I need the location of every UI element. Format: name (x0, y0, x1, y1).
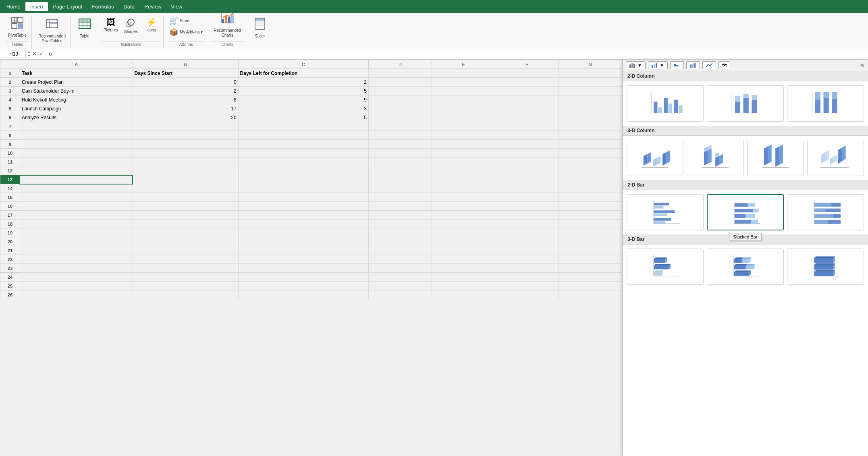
cell-B20[interactable] (133, 237, 238, 246)
menu-data[interactable]: Data (118, 2, 139, 11)
cell-C13[interactable] (238, 175, 368, 184)
cell-B5[interactable]: 17 (133, 104, 238, 113)
cell-F22[interactable] (495, 255, 559, 264)
cell-D5[interactable] (368, 104, 432, 113)
cell-C1[interactable]: Days Left for Completion (238, 69, 368, 78)
chart-thumb-2d-bar-clustered[interactable] (627, 194, 704, 230)
cell-G2[interactable] (559, 78, 622, 87)
cell-G11[interactable] (559, 158, 622, 166)
cell-G15[interactable] (559, 193, 622, 202)
cell-F21[interactable] (495, 246, 559, 255)
cell-C5[interactable]: 3 (238, 104, 368, 113)
cell-A18[interactable] (20, 220, 133, 228)
cell-F25[interactable] (495, 282, 559, 290)
cell-F12[interactable] (495, 166, 559, 175)
menu-page-layout[interactable]: Page Layout (48, 2, 87, 11)
cell-A25[interactable] (20, 282, 133, 290)
cell-F5[interactable] (495, 104, 559, 113)
cell-G22[interactable] (559, 255, 622, 264)
cell-B14[interactable] (133, 184, 238, 193)
cell-B10[interactable] (133, 149, 238, 158)
cell-E26[interactable] (432, 290, 495, 299)
ribbon-btn-pivottable[interactable]: PivotTable (6, 15, 29, 39)
cell-F2[interactable] (495, 78, 559, 87)
cell-F11[interactable] (495, 158, 559, 166)
cell-D25[interactable] (368, 282, 432, 290)
cell-A19[interactable] (20, 228, 133, 237)
cancel-formula-icon[interactable]: ✕ (32, 51, 37, 57)
chart-bar-tab[interactable] (670, 61, 684, 69)
cell-F20[interactable] (495, 237, 559, 246)
cell-G9[interactable] (559, 140, 622, 149)
cell-F1[interactable] (495, 69, 559, 78)
cell-D22[interactable] (368, 255, 432, 264)
cell-C20[interactable] (238, 237, 368, 246)
cell-E15[interactable] (432, 193, 495, 202)
cell-A4[interactable]: Hold Kickoff Meeting (20, 95, 133, 104)
cell-C17[interactable] (238, 211, 368, 220)
cell-B3[interactable]: 2 (133, 87, 238, 95)
menu-review[interactable]: Review (139, 2, 166, 11)
cell-C10[interactable] (238, 149, 368, 158)
menu-home[interactable]: Home (2, 2, 25, 11)
cell-D26[interactable] (368, 290, 432, 299)
col-header-d[interactable]: D (368, 60, 432, 69)
cell-G20[interactable] (559, 237, 622, 246)
cell-C3[interactable]: 5 (238, 87, 368, 95)
cell-B7[interactable] (133, 122, 238, 131)
cell-C7[interactable] (238, 122, 368, 131)
cell-A7[interactable] (20, 122, 133, 131)
ribbon-btn-icons[interactable]: ⚡ Icons (141, 16, 161, 36)
cell-A16[interactable] (20, 202, 133, 211)
cell-E12[interactable] (432, 166, 495, 175)
cell-G14[interactable] (559, 184, 622, 193)
cell-E24[interactable] (432, 273, 495, 282)
cell-D6[interactable] (368, 113, 432, 122)
cell-G16[interactable] (559, 202, 622, 211)
cell-A13[interactable] (20, 175, 133, 184)
chart-type-tab[interactable]: ▼ (626, 61, 646, 69)
cell-B23[interactable] (133, 264, 238, 273)
cell-F6[interactable] (495, 113, 559, 122)
cell-A12[interactable] (20, 166, 133, 175)
cell-G6[interactable] (559, 113, 622, 122)
cell-D8[interactable] (368, 131, 432, 140)
cell-D24[interactable] (368, 273, 432, 282)
cell-C12[interactable] (238, 166, 368, 175)
cell-B9[interactable] (133, 140, 238, 149)
cell-A3[interactable]: Gain Stakeholder Buy-In (20, 87, 133, 95)
cell-F18[interactable] (495, 220, 559, 228)
cell-G5[interactable] (559, 104, 622, 113)
cell-B18[interactable] (133, 220, 238, 228)
cell-E17[interactable] (432, 211, 495, 220)
chart-thumb-3d-bar-1[interactable] (627, 249, 704, 285)
chart-style-tab[interactable]: ▼ (648, 61, 668, 69)
cell-G8[interactable] (559, 131, 622, 140)
col-header-f[interactable]: F (495, 60, 559, 69)
cell-E9[interactable] (432, 140, 495, 149)
chart-line-tab[interactable] (702, 61, 716, 69)
cell-F13[interactable] (495, 175, 559, 184)
cell-B19[interactable] (133, 228, 238, 237)
cell-E19[interactable] (432, 228, 495, 237)
cell-F19[interactable] (495, 228, 559, 237)
cell-A22[interactable] (20, 255, 133, 264)
cell-G3[interactable] (559, 87, 622, 95)
cell-C11[interactable] (238, 158, 368, 166)
cell-F3[interactable] (495, 87, 559, 95)
cell-A9[interactable] (20, 140, 133, 149)
cell-B13[interactable] (133, 175, 238, 184)
cell-C18[interactable] (238, 220, 368, 228)
cell-F8[interactable] (495, 131, 559, 140)
cell-A15[interactable] (20, 193, 133, 202)
name-box[interactable] (2, 50, 26, 58)
cell-D12[interactable] (368, 166, 432, 175)
cell-C6[interactable]: 5 (238, 113, 368, 122)
cell-B12[interactable] (133, 166, 238, 175)
cell-B1[interactable]: Days Since Start (133, 69, 238, 78)
chart-thumb-3d-col-4[interactable] (807, 140, 864, 176)
chart-map-tab[interactable]: 🗺 (718, 61, 730, 69)
cell-D18[interactable] (368, 220, 432, 228)
cell-A14[interactable] (20, 184, 133, 193)
chart-col-tab[interactable] (686, 61, 700, 69)
